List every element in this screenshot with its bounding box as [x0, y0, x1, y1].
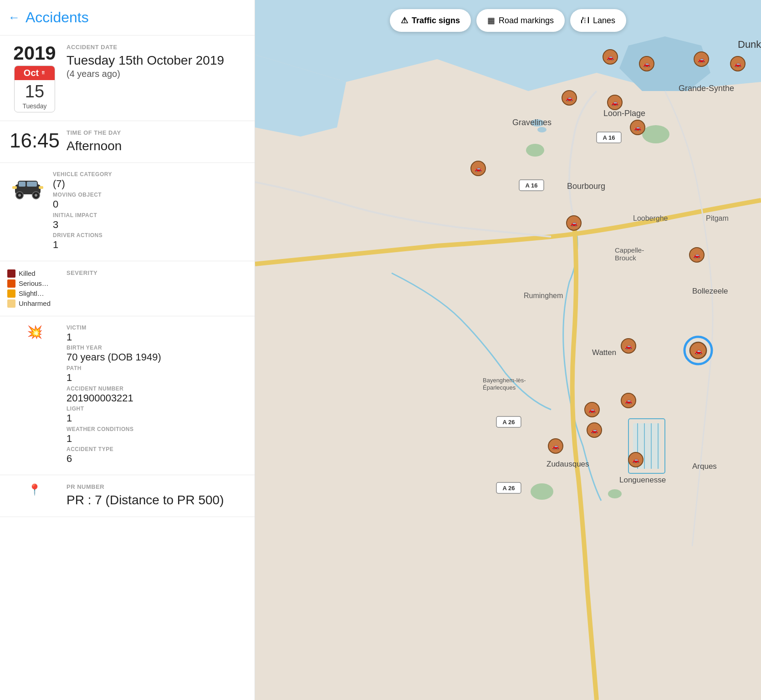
location-label: PR NUMBER — [66, 483, 247, 490]
victim-label: VICTIM — [66, 325, 247, 331]
svg-text:🚗: 🚗 — [734, 60, 742, 68]
traffic-signs-button[interactable]: ⚠ Traffic signs — [390, 9, 471, 32]
location-row: 📍 PR NUMBER PR : 7 (Distance to PR 500) — [0, 475, 255, 517]
svg-text:🚗: 🚗 — [552, 442, 560, 450]
time-text: 16:45 — [10, 129, 60, 152]
path-value: 1 — [66, 371, 247, 385]
svg-text:Éparlecques: Éparlecques — [483, 384, 516, 391]
driver-value: 1 — [53, 238, 247, 252]
birth-item: BIRTH YEAR 70 years (DOB 1949) — [66, 345, 247, 364]
road-markings-icon: ▦ — [487, 15, 495, 25]
light-label: LIGHT — [66, 406, 247, 412]
vehicle-category-item: VEHICLE CATEGORY (7) — [53, 171, 247, 191]
svg-text:Grande-Synthe: Grande-Synthe — [679, 84, 734, 93]
svg-text:Pitgam: Pitgam — [706, 214, 729, 222]
birth-label: BIRTH YEAR — [66, 345, 247, 351]
calendar-weekday: Tuesday — [15, 102, 55, 112]
car-icon — [11, 174, 44, 200]
severity-content: SEVERITY — [62, 269, 247, 278]
date-row: 2019 Oct ⠿ 15 Tuesday ACCIDENT DATE Tues… — [0, 36, 255, 121]
accident-num-value: 201900003221 — [66, 392, 247, 405]
svg-text:Loon-Plage: Loon-Plage — [603, 109, 645, 118]
weather-label: WEATHER CONDITIONS — [66, 426, 247, 432]
vehicle-category-label: VEHICLE CATEGORY — [53, 171, 247, 178]
page-title: Accidents — [26, 9, 89, 26]
time-row: 16:45 TIME OF THE DAY Afternoon — [0, 121, 255, 163]
svg-rect-7 — [27, 182, 37, 187]
traffic-signs-label: Traffic signs — [412, 16, 460, 25]
svg-rect-9 — [39, 186, 43, 189]
svg-text:Gravelines: Gravelines — [512, 118, 552, 127]
severity-row: KilledSerious…Slightl…Unharmed SEVERITY — [0, 261, 255, 316]
svg-point-15 — [537, 127, 546, 132]
vehicle-icon-col — [7, 171, 48, 203]
svg-text:Bollezeele: Bollezeele — [692, 287, 728, 295]
victim-value: 1 — [66, 331, 247, 344]
impact-item: INITIAL IMPACT 3 — [53, 212, 247, 232]
svg-text:🚗: 🚗 — [611, 99, 619, 107]
svg-text:Bourbourg: Bourbourg — [567, 182, 605, 191]
time-content: TIME OF THE DAY Afternoon — [62, 129, 247, 154]
svg-text:Longuenesse: Longuenesse — [619, 476, 666, 484]
svg-text:Ruminghem: Ruminghem — [524, 292, 563, 299]
svg-text:🚗: 🚗 — [625, 342, 633, 350]
vehicle-content: VEHICLE CATEGORY (7) MOVING OBJECT 0 INI… — [48, 171, 247, 252]
date-full: Tuesday 15th October 2019 — [66, 52, 247, 69]
svg-text:🚗: 🚗 — [591, 426, 598, 434]
weather-value: 1 — [66, 432, 247, 446]
vehicle-category-value: (7) — [53, 178, 247, 191]
victim-row: 💥 VICTIM 1 BIRTH YEAR 70 years (DOB 1949… — [0, 316, 255, 475]
victim-icon-col: 💥 — [7, 325, 62, 340]
svg-point-5 — [35, 194, 37, 197]
path-item: PATH 1 — [66, 365, 247, 385]
back-button[interactable]: ← — [8, 10, 20, 25]
date-relative: (4 years ago) — [66, 69, 247, 79]
location-icon-col: 📍 — [7, 483, 62, 496]
svg-text:Dunkerqu: Dunkerqu — [738, 39, 761, 50]
svg-rect-8 — [12, 186, 17, 189]
impact-label: INITIAL IMPACT — [53, 212, 247, 218]
svg-text:Arques: Arques — [692, 462, 717, 471]
svg-text:A 16: A 16 — [526, 182, 538, 189]
svg-point-32 — [531, 483, 553, 500]
svg-rect-6 — [19, 182, 26, 187]
lanes-button[interactable]: ⛙ Lanes — [570, 9, 626, 32]
svg-text:Looberghe: Looberghe — [633, 214, 668, 222]
date-content: ACCIDENT DATE Tuesday 15th October 2019 … — [62, 44, 247, 79]
svg-text:Watten: Watten — [592, 348, 616, 357]
moving-label: MOVING OBJECT — [53, 192, 247, 198]
victim-num-item: VICTIM 1 — [66, 325, 247, 344]
accident-type-item: ACCIDENT TYPE 6 — [66, 446, 247, 466]
driver-label: DRIVER ACTIONS — [53, 232, 247, 238]
calendar-dots: ⠿ — [41, 71, 46, 76]
moving-value: 0 — [53, 198, 247, 211]
driver-item: DRIVER ACTIONS 1 — [53, 232, 247, 252]
vehicle-row: VEHICLE CATEGORY (7) MOVING OBJECT 0 INI… — [0, 163, 255, 261]
moving-item: MOVING OBJECT 0 — [53, 192, 247, 211]
svg-text:🚗: 🚗 — [570, 219, 578, 227]
weather-item: WEATHER CONDITIONS 1 — [66, 426, 247, 446]
svg-text:Zudausques: Zudausques — [546, 460, 589, 468]
svg-text:A 26: A 26 — [503, 419, 515, 426]
calendar-month: Oct ⠿ — [15, 66, 55, 80]
victim-icon: 💥 — [27, 325, 43, 340]
calendar-day: 15 — [15, 80, 55, 102]
victim-content: VICTIM 1 BIRTH YEAR 70 years (DOB 1949) … — [62, 325, 247, 467]
date-icon-col: 2019 Oct ⠿ 15 Tuesday — [7, 44, 62, 112]
road-markings-button[interactable]: ▦ Road markings — [476, 9, 565, 32]
map-background: A 16 A 16 A 26 A 26 Dunkerqu Grande-Synt… — [255, 0, 761, 700]
accident-num-item: ACCIDENT NUMBER 201900003221 — [66, 386, 247, 405]
svg-text:🚗: 🚗 — [632, 456, 640, 464]
impact-value: 3 — [53, 218, 247, 232]
svg-text:🚗: 🚗 — [566, 94, 573, 102]
svg-text:🚗: 🚗 — [475, 165, 482, 172]
svg-text:Bayenghem-lès-: Bayenghem-lès- — [483, 377, 526, 384]
calendar-icon: Oct ⠿ 15 Tuesday — [14, 66, 55, 112]
severity-label: SEVERITY — [66, 269, 247, 276]
light-value: 1 — [66, 412, 247, 425]
location-value: PR : 7 (Distance to PR 500) — [66, 492, 247, 508]
svg-point-3 — [18, 194, 21, 197]
path-label: PATH — [66, 365, 247, 371]
accident-type-label: ACCIDENT TYPE — [66, 446, 247, 452]
year-text: 2019 — [13, 44, 56, 63]
